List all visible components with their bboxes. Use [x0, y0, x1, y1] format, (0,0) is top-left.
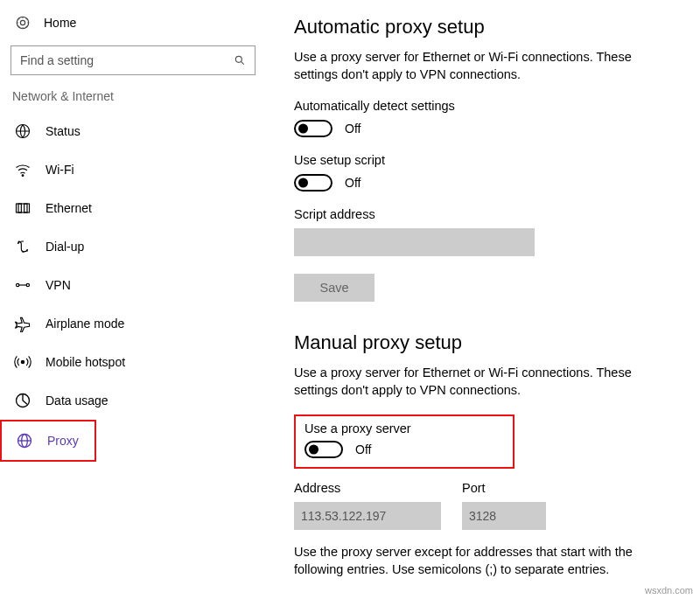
auto-detect-state: Off: [345, 122, 360, 136]
globe-icon: [14, 122, 32, 140]
svg-point-10: [21, 360, 24, 363]
svg-point-8: [17, 283, 19, 286]
auto-heading: Automatic proxy setup: [294, 16, 676, 38]
sidebar-item-label: VPN: [46, 278, 71, 292]
dialup-icon: [14, 238, 32, 255]
auto-desc: Use a proxy server for Ethernet or Wi-Fi…: [294, 49, 676, 83]
script-addr-label: Script address: [294, 207, 676, 221]
sidebar-item-label: Status: [46, 124, 80, 138]
wifi-icon: [14, 161, 32, 178]
manual-desc: Use a proxy server for Ethernet or Wi-Fi…: [294, 365, 676, 399]
svg-point-2: [235, 56, 242, 62]
sidebar-item-label: Airplane mode: [46, 317, 124, 331]
sidebar-item-vpn[interactable]: VPN: [0, 266, 262, 304]
sidebar-item-dialup[interactable]: Dial-up: [0, 227, 262, 266]
sidebar-item-label: Wi-Fi: [46, 163, 74, 177]
svg-rect-7: [24, 204, 27, 212]
sidebar-item-proxy[interactable]: Proxy: [0, 420, 96, 462]
svg-rect-6: [18, 204, 21, 212]
watermark: wsxdn.com: [645, 585, 693, 596]
sidebar-item-hotspot[interactable]: Mobile hotspot: [0, 343, 262, 381]
script-addr-input[interactable]: [294, 228, 535, 256]
home-link[interactable]: Home: [0, 9, 262, 40]
sidebar-item-label: Proxy: [47, 434, 79, 448]
sidebar-item-label: Data usage: [46, 394, 108, 407]
section-label: Network & Internet: [0, 89, 262, 112]
sidebar-item-status[interactable]: Status: [0, 112, 262, 150]
auto-detect-toggle[interactable]: [294, 120, 332, 137]
search-icon: [234, 54, 246, 66]
hotspot-icon: [14, 353, 32, 371]
ethernet-icon: [14, 199, 32, 217]
script-state: Off: [345, 176, 360, 190]
datausage-icon: [14, 392, 32, 409]
manual-heading: Manual proxy setup: [294, 331, 676, 354]
script-toggle[interactable]: [294, 174, 332, 192]
sidebar-item-airplane[interactable]: Airplane mode: [0, 304, 262, 343]
port-input[interactable]: [462, 502, 546, 530]
svg-point-1: [20, 20, 24, 24]
search-placeholder: Find a setting: [20, 53, 94, 67]
use-proxy-toggle[interactable]: [304, 441, 343, 458]
sidebar: Home Find a setting Network & Internet S…: [0, 0, 262, 599]
vpn-icon: [14, 276, 32, 294]
except-desc: Use the proxy server except for addresse…: [294, 544, 676, 578]
addr-input[interactable]: [294, 502, 441, 530]
sidebar-item-label: Ethernet: [46, 201, 92, 215]
script-label: Use setup script: [294, 153, 676, 167]
sidebar-item-label: Mobile hotspot: [46, 355, 125, 369]
svg-point-4: [22, 175, 24, 177]
use-proxy-label: Use a proxy server: [304, 421, 504, 435]
airplane-icon: [14, 315, 32, 332]
search-input[interactable]: Find a setting: [10, 45, 256, 75]
sidebar-item-wifi[interactable]: Wi-Fi: [0, 150, 262, 189]
proxy-icon: [16, 432, 33, 449]
home-label: Home: [44, 16, 76, 30]
sidebar-item-ethernet[interactable]: Ethernet: [0, 189, 262, 227]
svg-point-9: [26, 283, 29, 286]
main-panel: Automatic proxy setup Use a proxy server…: [262, 0, 700, 599]
sidebar-item-datausage[interactable]: Data usage: [0, 381, 262, 420]
highlight-box: Use a proxy server Off: [294, 414, 514, 469]
use-proxy-state: Off: [355, 442, 371, 456]
home-icon: [14, 14, 32, 31]
auto-detect-label: Automatically detect settings: [294, 99, 676, 113]
addr-label: Address: [294, 481, 441, 495]
sidebar-item-label: Dial-up: [46, 240, 84, 254]
save-button[interactable]: Save: [294, 274, 374, 302]
port-label: Port: [462, 481, 546, 495]
